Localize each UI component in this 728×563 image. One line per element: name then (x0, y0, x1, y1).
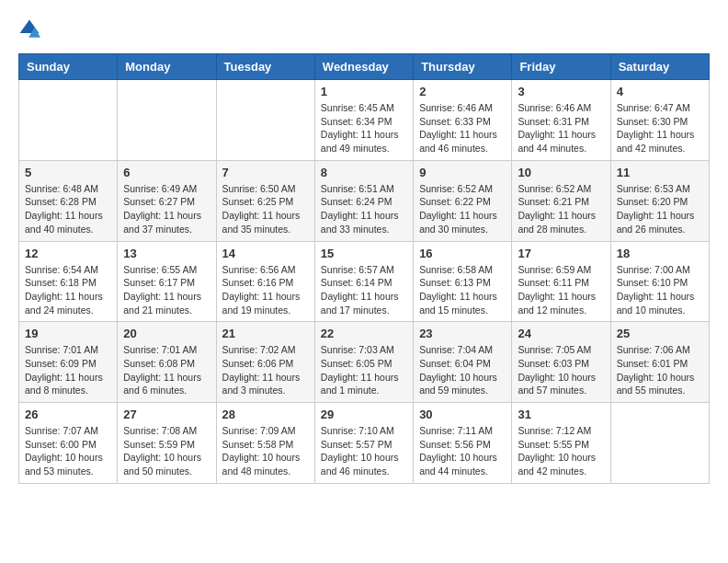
day-info: Sunrise: 7:06 AM Sunset: 6:01 PM Dayligh… (617, 343, 703, 397)
day-header-wednesday: Wednesday (314, 54, 413, 80)
day-number: 22 (321, 327, 407, 340)
day-info: Sunrise: 7:01 AM Sunset: 6:08 PM Dayligh… (123, 343, 210, 397)
day-header-saturday: Saturday (610, 54, 709, 80)
day-number: 15 (321, 247, 407, 260)
day-number: 17 (518, 247, 604, 260)
day-number: 29 (321, 408, 407, 421)
day-header-thursday: Thursday (414, 54, 512, 80)
calendar-cell: 30Sunrise: 7:11 AM Sunset: 5:56 PM Dayli… (414, 403, 512, 484)
day-info: Sunrise: 7:11 AM Sunset: 5:56 PM Dayligh… (419, 424, 506, 478)
calendar-week-row: 1Sunrise: 6:45 AM Sunset: 6:34 PM Daylig… (19, 80, 710, 161)
day-info: Sunrise: 6:53 AM Sunset: 6:20 PM Dayligh… (617, 182, 703, 236)
day-info: Sunrise: 6:50 AM Sunset: 6:25 PM Dayligh… (222, 182, 309, 236)
day-number: 8 (321, 166, 407, 179)
calendar-cell (118, 80, 216, 161)
calendar-cell: 29Sunrise: 7:10 AM Sunset: 5:57 PM Dayli… (314, 403, 413, 484)
logo (18, 18, 44, 44)
day-info: Sunrise: 6:47 AM Sunset: 6:30 PM Dayligh… (617, 101, 703, 155)
calendar-cell (610, 403, 709, 484)
day-number: 20 (123, 327, 210, 340)
day-info: Sunrise: 6:46 AM Sunset: 6:33 PM Dayligh… (419, 101, 506, 155)
day-info: Sunrise: 6:55 AM Sunset: 6:17 PM Dayligh… (123, 263, 210, 317)
calendar-cell: 9Sunrise: 6:52 AM Sunset: 6:22 PM Daylig… (414, 160, 512, 241)
calendar-cell: 25Sunrise: 7:06 AM Sunset: 6:01 PM Dayli… (610, 322, 709, 403)
calendar-cell: 15Sunrise: 6:57 AM Sunset: 6:14 PM Dayli… (314, 241, 413, 322)
day-info: Sunrise: 6:59 AM Sunset: 6:11 PM Dayligh… (518, 263, 604, 317)
calendar-cell: 5Sunrise: 6:48 AM Sunset: 6:28 PM Daylig… (19, 160, 118, 241)
day-header-monday: Monday (118, 54, 216, 80)
day-info: Sunrise: 6:52 AM Sunset: 6:21 PM Dayligh… (518, 182, 604, 236)
day-number: 4 (617, 85, 703, 98)
calendar-cell: 2Sunrise: 6:46 AM Sunset: 6:33 PM Daylig… (414, 80, 512, 161)
day-info: Sunrise: 6:52 AM Sunset: 6:22 PM Dayligh… (419, 182, 506, 236)
day-info: Sunrise: 6:48 AM Sunset: 6:28 PM Dayligh… (25, 182, 111, 236)
calendar-week-row: 19Sunrise: 7:01 AM Sunset: 6:09 PM Dayli… (19, 322, 710, 403)
day-info: Sunrise: 7:02 AM Sunset: 6:06 PM Dayligh… (222, 343, 309, 397)
calendar-cell: 21Sunrise: 7:02 AM Sunset: 6:06 PM Dayli… (216, 322, 314, 403)
calendar-cell: 17Sunrise: 6:59 AM Sunset: 6:11 PM Dayli… (512, 241, 610, 322)
calendar-cell: 26Sunrise: 7:07 AM Sunset: 6:00 PM Dayli… (19, 403, 118, 484)
day-number: 7 (222, 166, 309, 179)
calendar-cell: 1Sunrise: 6:45 AM Sunset: 6:34 PM Daylig… (314, 80, 413, 161)
calendar-cell: 31Sunrise: 7:12 AM Sunset: 5:55 PM Dayli… (512, 403, 610, 484)
day-number: 21 (222, 327, 309, 340)
day-info: Sunrise: 6:56 AM Sunset: 6:16 PM Dayligh… (222, 263, 309, 317)
day-info: Sunrise: 7:00 AM Sunset: 6:10 PM Dayligh… (617, 263, 703, 317)
day-number: 13 (123, 247, 210, 260)
page-header (18, 18, 710, 44)
day-info: Sunrise: 7:01 AM Sunset: 6:09 PM Dayligh… (25, 343, 111, 397)
day-info: Sunrise: 6:58 AM Sunset: 6:13 PM Dayligh… (419, 263, 506, 317)
calendar-week-row: 5Sunrise: 6:48 AM Sunset: 6:28 PM Daylig… (19, 160, 710, 241)
day-number: 5 (25, 166, 111, 179)
calendar-cell: 11Sunrise: 6:53 AM Sunset: 6:20 PM Dayli… (610, 160, 709, 241)
day-info: Sunrise: 6:45 AM Sunset: 6:34 PM Dayligh… (321, 101, 407, 155)
day-info: Sunrise: 6:46 AM Sunset: 6:31 PM Dayligh… (518, 101, 604, 155)
calendar-table: SundayMondayTuesdayWednesdayThursdayFrid… (18, 53, 710, 484)
calendar-cell: 16Sunrise: 6:58 AM Sunset: 6:13 PM Dayli… (414, 241, 512, 322)
calendar-cell: 24Sunrise: 7:05 AM Sunset: 6:03 PM Dayli… (512, 322, 610, 403)
day-info: Sunrise: 7:09 AM Sunset: 5:58 PM Dayligh… (222, 424, 309, 478)
day-info: Sunrise: 6:54 AM Sunset: 6:18 PM Dayligh… (25, 263, 111, 317)
day-number: 12 (25, 247, 111, 260)
calendar-cell: 6Sunrise: 6:49 AM Sunset: 6:27 PM Daylig… (118, 160, 216, 241)
day-info: Sunrise: 7:12 AM Sunset: 5:55 PM Dayligh… (518, 424, 604, 478)
day-number: 11 (617, 166, 703, 179)
calendar-cell: 8Sunrise: 6:51 AM Sunset: 6:24 PM Daylig… (314, 160, 413, 241)
day-header-sunday: Sunday (19, 54, 118, 80)
day-number: 14 (222, 247, 309, 260)
calendar-cell: 23Sunrise: 7:04 AM Sunset: 6:04 PM Dayli… (414, 322, 512, 403)
calendar-cell: 7Sunrise: 6:50 AM Sunset: 6:25 PM Daylig… (216, 160, 314, 241)
day-number: 16 (419, 247, 506, 260)
day-number: 9 (419, 166, 506, 179)
day-info: Sunrise: 7:10 AM Sunset: 5:57 PM Dayligh… (321, 424, 407, 478)
day-number: 28 (222, 408, 309, 421)
day-info: Sunrise: 7:08 AM Sunset: 5:59 PM Dayligh… (123, 424, 210, 478)
day-number: 26 (25, 408, 111, 421)
calendar-cell: 28Sunrise: 7:09 AM Sunset: 5:58 PM Dayli… (216, 403, 314, 484)
day-info: Sunrise: 6:49 AM Sunset: 6:27 PM Dayligh… (123, 182, 210, 236)
day-number: 23 (419, 327, 506, 340)
day-number: 31 (518, 408, 604, 421)
calendar-week-row: 12Sunrise: 6:54 AM Sunset: 6:18 PM Dayli… (19, 241, 710, 322)
calendar-cell (216, 80, 314, 161)
calendar-cell: 13Sunrise: 6:55 AM Sunset: 6:17 PM Dayli… (118, 241, 216, 322)
calendar-cell (19, 80, 118, 161)
day-number: 3 (518, 85, 604, 98)
calendar-cell: 3Sunrise: 6:46 AM Sunset: 6:31 PM Daylig… (512, 80, 610, 161)
day-info: Sunrise: 7:05 AM Sunset: 6:03 PM Dayligh… (518, 343, 604, 397)
day-number: 30 (419, 408, 506, 421)
calendar-cell: 4Sunrise: 6:47 AM Sunset: 6:30 PM Daylig… (610, 80, 709, 161)
day-info: Sunrise: 6:51 AM Sunset: 6:24 PM Dayligh… (321, 182, 407, 236)
logo-icon (18, 18, 40, 40)
day-header-tuesday: Tuesday (216, 54, 314, 80)
day-number: 18 (617, 247, 703, 260)
calendar-cell: 19Sunrise: 7:01 AM Sunset: 6:09 PM Dayli… (19, 322, 118, 403)
day-number: 24 (518, 327, 604, 340)
calendar-cell: 12Sunrise: 6:54 AM Sunset: 6:18 PM Dayli… (19, 241, 118, 322)
day-info: Sunrise: 7:03 AM Sunset: 6:05 PM Dayligh… (321, 343, 407, 397)
day-number: 1 (321, 85, 407, 98)
calendar-cell: 14Sunrise: 6:56 AM Sunset: 6:16 PM Dayli… (216, 241, 314, 322)
day-info: Sunrise: 6:57 AM Sunset: 6:14 PM Dayligh… (321, 263, 407, 317)
day-header-friday: Friday (512, 54, 610, 80)
day-number: 25 (617, 327, 703, 340)
